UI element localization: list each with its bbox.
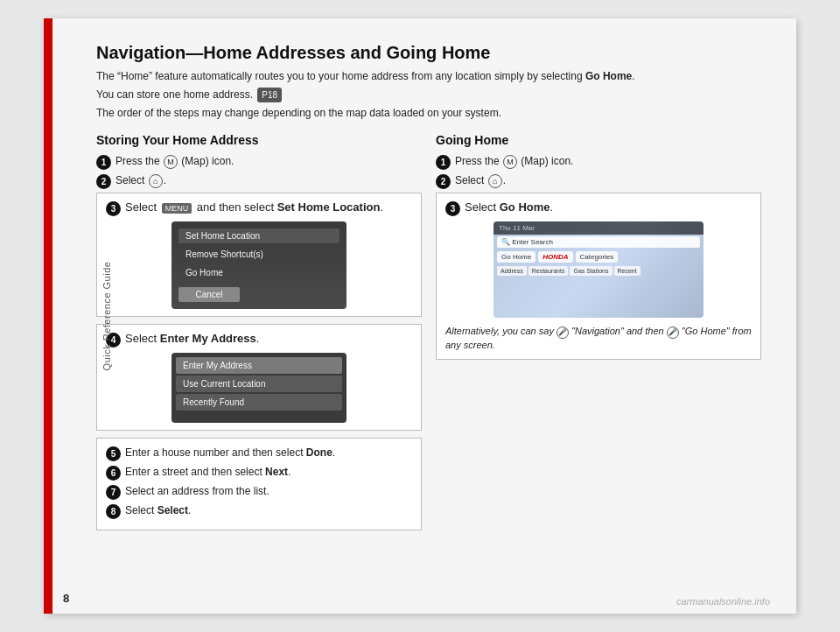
addr-row-current: Use Current Location — [176, 376, 342, 392]
nav-screenshot: Thu 11 Mar 🔍 Enter Search Go Home HONDA … — [494, 221, 704, 318]
storing-step6: 6 Enter a street and then select Next. — [106, 465, 412, 481]
home-icon: ⌂ — [149, 174, 163, 188]
voice-icon-1: 🎤 — [556, 327, 569, 339]
address-screenshot: Enter My Address Use Current Location Re… — [172, 353, 346, 423]
nav-cat-gas: Gas Stations — [570, 266, 612, 276]
storing-steps-bottom-box: 5 Enter a house number and then select D… — [96, 438, 422, 530]
nav-btn-go-home: Go Home — [497, 251, 536, 263]
nav-cat-recent: Recent — [614, 266, 640, 276]
nav-top-bar: Thu 11 Mar — [494, 221, 704, 235]
menu-row-set-home: Set Home Location — [178, 228, 340, 243]
storing-step2: 2 Select ⌂. — [96, 173, 422, 189]
storing-step7: 7 Select an address from the list. — [106, 484, 412, 500]
menu-badge: MENU — [162, 203, 192, 214]
voice-icon-2: 🎤 — [667, 327, 679, 339]
storing-step5: 5 Enter a house number and then select D… — [106, 446, 412, 461]
menu-row-go-home: Go Home — [178, 265, 340, 280]
nav-cat-address: Address — [497, 266, 527, 276]
nav-btn-categories: Categories — [576, 251, 619, 263]
going-step2: 2 Select ⌂. — [436, 173, 761, 189]
storing-step4-header: 4 Select Enter My Address. — [106, 332, 412, 348]
manual-page: Quick Reference Guide 8 carmanualsonline… — [44, 18, 796, 614]
map-icon-going: M — [503, 155, 517, 169]
intro-line2: You can store one home address. P18 — [96, 87, 761, 102]
going-step1: 1 Press the M (Map) icon. — [436, 154, 761, 170]
going-step3-box: 3 Select Go Home. Thu 11 Mar 🔍 Enter Sea… — [436, 193, 761, 360]
menu-row-cancel: Cancel — [178, 287, 240, 302]
storing-step3-box: 3 Select MENU and then select Set Home L… — [96, 193, 422, 317]
storing-step8: 8 Select Select. — [106, 503, 412, 519]
page-number: 8 — [63, 592, 69, 605]
nav-icons-row: Go Home HONDA Categories — [494, 249, 704, 264]
going-title: Going Home — [436, 133, 761, 147]
addr-row-recent: Recently Found — [176, 394, 342, 411]
nav-bottom-row: Address Restaurants Gas Stations Recent — [494, 264, 704, 277]
map-icon: M — [164, 155, 178, 169]
storing-section: Storing Your Home Address 1 Press the M … — [96, 133, 422, 537]
going-step3-header: 3 Select Go Home. — [445, 200, 752, 216]
nav-search-bar: 🔍 Enter Search — [497, 236, 700, 248]
ref-badge: P18 — [257, 88, 282, 102]
intro-line3: The order of the steps may change depend… — [96, 105, 761, 121]
menu-screenshot: Set Home Location Remove Shortcut(s) Go … — [172, 221, 346, 309]
storing-step1: 1 Press the M (Map) icon. — [96, 154, 422, 170]
intro-line1: The “Home” feature automatically routes … — [96, 68, 761, 84]
alt-text: Alternatively, you can say 🎤 "Navigation… — [445, 325, 752, 352]
nav-cat-restaurants: Restaurants — [528, 266, 569, 276]
watermark: carmanualsonline.info — [676, 596, 770, 607]
storing-step4-box: 4 Select Enter My Address. Enter My Addr… — [96, 324, 422, 431]
home-icon-going: ⌂ — [488, 174, 502, 188]
page-title: Navigation—Home Addresses and Going Home — [96, 43, 761, 63]
storing-step3-header: 3 Select MENU and then select Set Home L… — [106, 200, 412, 216]
menu-row-remove: Remove Shortcut(s) — [178, 247, 340, 262]
going-section: Going Home 1 Press the M (Map) icon. 2 S… — [436, 133, 761, 537]
storing-title: Storing Your Home Address — [96, 133, 422, 147]
red-bar — [44, 18, 52, 614]
nav-btn-honda: HONDA — [538, 251, 572, 263]
addr-row-enter: Enter My Address — [176, 357, 342, 374]
side-label: Quick Reference Guide — [102, 262, 112, 371]
